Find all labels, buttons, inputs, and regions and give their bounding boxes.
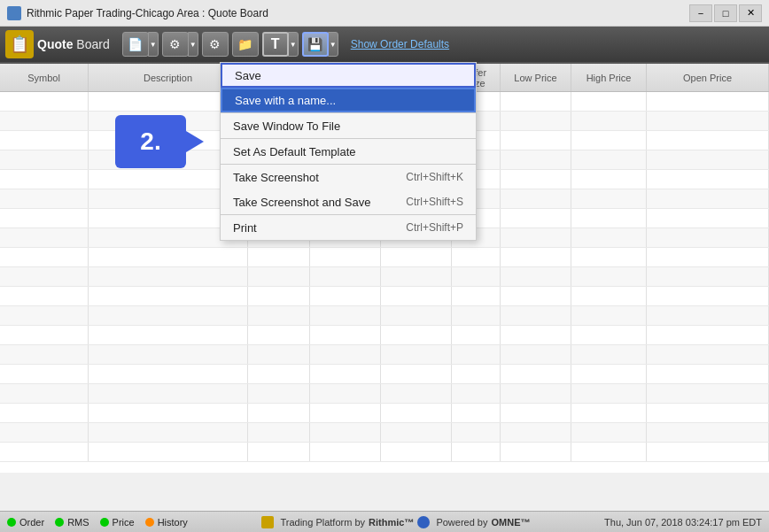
show-order-defaults-link[interactable]: Show Order Defaults <box>351 38 449 50</box>
price-dot <box>100 518 109 527</box>
cell-description <box>89 404 248 422</box>
table-row[interactable] <box>0 404 769 423</box>
cell-low-price <box>501 248 571 266</box>
cell-bid-price <box>310 287 381 305</box>
cell-symbol <box>0 92 89 111</box>
table-row[interactable] <box>0 267 769 287</box>
datetime-text: Thu, Jun 07, 2018 03:24:17 pm EDT <box>604 517 762 528</box>
window-controls: − □ ✕ <box>689 4 762 22</box>
cell-offer-price <box>381 404 452 422</box>
menu-item-save-window[interactable]: Save Window To File <box>221 113 476 138</box>
table-row[interactable] <box>0 326 769 345</box>
cell-offer-size <box>452 248 501 266</box>
menu-item-save-with-name[interactable]: Save with a name... <box>221 88 476 112</box>
gear-button[interactable]: ⚙ <box>162 32 189 57</box>
cell-offer-size <box>452 345 501 364</box>
cell-bid-size <box>248 306 310 325</box>
history-status: History <box>145 517 188 528</box>
cell-low-price <box>501 189 571 208</box>
cell-bid-price <box>310 326 381 344</box>
cell-symbol <box>0 189 89 208</box>
rms-label: RMS <box>67 517 89 528</box>
cell-symbol <box>0 131 89 150</box>
cell-bid-price <box>310 267 381 286</box>
cell-high-price <box>571 423 647 442</box>
folder-button[interactable]: 📁 <box>232 32 259 57</box>
cell-bid-size <box>248 365 310 383</box>
add-button[interactable]: 📄 <box>122 32 149 57</box>
table-row[interactable] <box>0 365 769 384</box>
cell-open-price <box>647 443 769 461</box>
cell-description <box>89 287 248 305</box>
rms-dot <box>55 518 64 527</box>
cell-bid-price <box>310 365 381 383</box>
cell-offer-price <box>381 306 452 325</box>
price-status: Price <box>100 517 135 528</box>
platform-info: Trading Platform by Rithmic™ Powered by … <box>261 516 530 528</box>
add-dropdown-arrow[interactable]: ▼ <box>148 32 159 57</box>
rithmic-icon <box>261 516 274 528</box>
minimize-button[interactable]: − <box>689 4 712 22</box>
cell-description <box>89 326 248 344</box>
cell-bid-size <box>248 404 310 422</box>
table-row[interactable] <box>0 345 769 365</box>
cell-bid-size <box>248 287 310 305</box>
cell-offer-price <box>381 345 452 364</box>
text-dropdown-arrow[interactable]: ▼ <box>288 32 299 57</box>
cell-bid-size <box>248 443 310 461</box>
cell-high-price <box>571 365 647 383</box>
col-open-price: Open Price <box>647 64 769 91</box>
menu-item-print[interactable]: PrintCtrl+Shift+P <box>221 215 476 240</box>
menu-item-set-default[interactable]: Set As Default Template <box>221 139 476 164</box>
menu-item-save[interactable]: Save <box>221 63 476 88</box>
cell-bid-price <box>310 443 381 461</box>
cell-open-price <box>647 326 769 344</box>
cell-high-price <box>571 345 647 364</box>
cell-offer-size <box>452 267 501 286</box>
table-row[interactable] <box>0 423 769 443</box>
cell-low-price <box>501 404 571 422</box>
cell-high-price <box>571 228 647 247</box>
cell-low-price <box>501 150 571 169</box>
table-row[interactable] <box>0 287 769 306</box>
save-dropdown-arrow[interactable]: ▼ <box>328 32 338 57</box>
history-dot <box>145 518 154 527</box>
platform-text: Trading Platform by <box>280 517 365 528</box>
cell-open-price <box>647 404 769 422</box>
cell-low-price <box>501 228 571 247</box>
menu-item-take-screenshot-save[interactable]: Take Screenshot and SaveCtrl+Shift+S <box>221 189 476 214</box>
menu-shortcut: Ctrl+Shift+K <box>406 171 463 183</box>
cell-description <box>89 384 248 403</box>
gear-dropdown-arrow[interactable]: ▼ <box>188 32 198 57</box>
app-icon <box>7 6 21 20</box>
table-row[interactable] <box>0 248 769 267</box>
table-row[interactable] <box>0 443 769 462</box>
cell-high-price <box>571 248 647 266</box>
settings-button[interactable]: ⚙ <box>202 32 229 57</box>
menu-item-label: Set As Default Template <box>233 145 356 158</box>
menu-item-take-screenshot[interactable]: Take ScreenshotCtrl+Shift+K <box>221 165 476 189</box>
table-row[interactable] <box>0 306 769 326</box>
cell-symbol <box>0 267 89 286</box>
menu-item-label: Take Screenshot <box>233 171 319 184</box>
cell-open-price <box>647 131 769 150</box>
price-label: Price <box>113 517 135 528</box>
cell-symbol <box>0 248 89 266</box>
cell-description <box>89 248 248 266</box>
save-icon-button[interactable]: 💾 <box>302 32 329 57</box>
cell-description <box>89 423 248 442</box>
cell-bid-size <box>248 423 310 442</box>
status-indicators: Order RMS Price History <box>7 517 188 528</box>
cell-open-price <box>647 345 769 364</box>
table-row[interactable] <box>0 384 769 404</box>
close-button[interactable]: ✕ <box>739 4 762 22</box>
cell-high-price <box>571 306 647 325</box>
cell-symbol <box>0 150 89 169</box>
menu-item-label: Save with a name... <box>235 94 336 107</box>
cell-bid-price <box>310 248 381 266</box>
text-button[interactable]: T <box>262 32 289 57</box>
cell-offer-price <box>381 267 452 286</box>
menu-item-label: Save Window To File <box>233 120 340 133</box>
maximize-button[interactable]: □ <box>714 4 737 22</box>
col-low-price: Low Price <box>501 64 571 91</box>
